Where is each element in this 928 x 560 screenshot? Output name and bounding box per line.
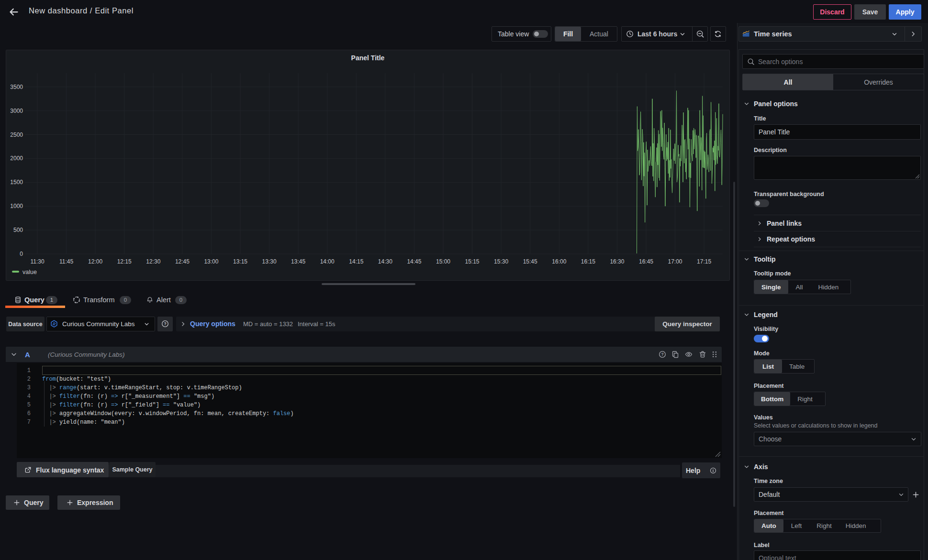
svg-text:17:00: 17:00	[668, 258, 682, 265]
svg-text:13:45: 13:45	[291, 258, 305, 265]
svg-text:14:30: 14:30	[378, 258, 392, 265]
svg-text:13:30: 13:30	[262, 258, 277, 265]
svg-text:16:15: 16:15	[581, 258, 595, 265]
svg-text:?: ?	[164, 321, 166, 326]
svg-text:14:45: 14:45	[407, 258, 421, 265]
svg-text:11:45: 11:45	[59, 258, 73, 265]
svg-text:12:00: 12:00	[88, 258, 102, 265]
svg-text:15:15: 15:15	[465, 258, 479, 265]
svg-text:15:45: 15:45	[523, 258, 537, 265]
svg-text:12:15: 12:15	[117, 258, 132, 265]
svg-text:13:15: 13:15	[233, 258, 247, 265]
svg-text:16:30: 16:30	[610, 258, 624, 265]
svg-text:14:15: 14:15	[349, 258, 363, 265]
svg-text:16:45: 16:45	[639, 258, 653, 265]
svg-text:14:00: 14:00	[320, 258, 335, 265]
svg-text:?: ?	[661, 352, 663, 357]
svg-text:16:00: 16:00	[552, 258, 566, 265]
svg-text:12:30: 12:30	[146, 258, 160, 265]
svg-text:11:30: 11:30	[30, 258, 44, 265]
svg-text:13:00: 13:00	[204, 258, 218, 265]
svg-text:15:00: 15:00	[436, 258, 450, 265]
svg-text:12:45: 12:45	[175, 258, 190, 265]
svg-text:17:15: 17:15	[697, 258, 711, 265]
svg-text:15:30: 15:30	[494, 258, 508, 265]
